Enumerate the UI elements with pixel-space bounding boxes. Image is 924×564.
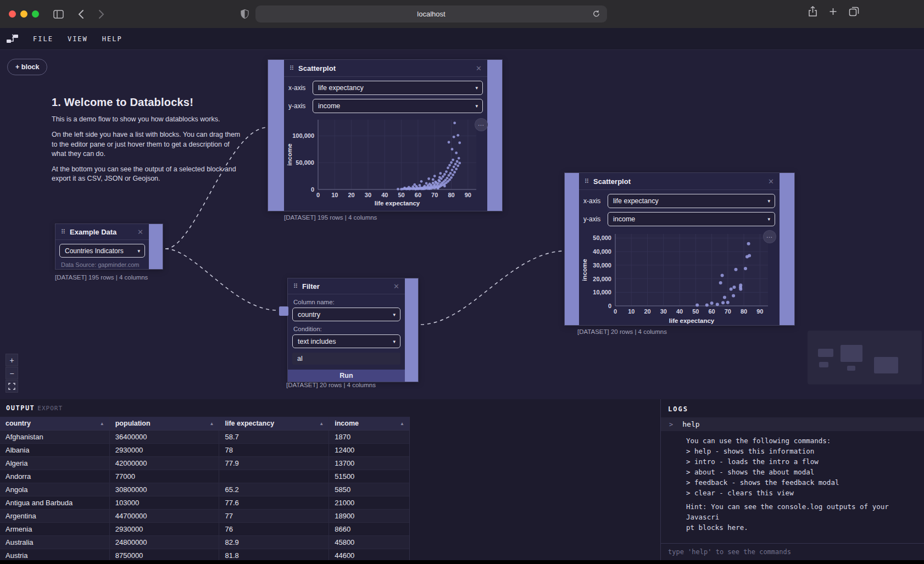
close-icon[interactable]: ✕ bbox=[137, 228, 143, 236]
menu-file[interactable]: FILE bbox=[33, 35, 53, 43]
svg-text:10: 10 bbox=[628, 308, 634, 315]
run-button[interactable]: Run bbox=[288, 370, 405, 382]
column-header-country[interactable]: country▲ bbox=[0, 417, 110, 430]
table-row[interactable]: Australia2480000082.945800 bbox=[0, 536, 409, 549]
output-handle[interactable] bbox=[149, 224, 163, 269]
filter-text-input[interactable]: al bbox=[292, 353, 400, 365]
welcome-note: 1. Welcome to Datablocks! This is a demo… bbox=[52, 96, 245, 190]
svg-text:70: 70 bbox=[725, 308, 731, 315]
table-row[interactable]: Afghanistan3640000058.71870 bbox=[0, 431, 409, 444]
input-handle[interactable] bbox=[268, 60, 284, 211]
table-cell: 24800000 bbox=[110, 536, 220, 549]
drag-handle-icon[interactable]: ⠿ bbox=[293, 283, 298, 289]
column-header-income[interactable]: income▲ bbox=[329, 417, 409, 430]
flow-editor-canvas[interactable]: + block 1. Welcome to Datablocks! This i… bbox=[0, 50, 924, 399]
x-axis-select[interactable]: life expectancy ▾ bbox=[608, 194, 775, 208]
table-cell: Algeria bbox=[0, 457, 110, 470]
output-handle[interactable] bbox=[780, 173, 794, 325]
address-bar[interactable]: localhost bbox=[255, 5, 607, 23]
zoom-out-button[interactable]: − bbox=[5, 367, 18, 379]
table-cell: 76 bbox=[219, 523, 329, 535]
drag-handle-icon[interactable]: ⠿ bbox=[290, 65, 294, 71]
minimize-window-button[interactable] bbox=[20, 10, 27, 18]
menu-help[interactable]: HELP bbox=[102, 35, 123, 43]
more-options-button[interactable]: … bbox=[475, 118, 488, 131]
minimap[interactable] bbox=[808, 331, 922, 384]
column-select[interactable]: country ▾ bbox=[292, 308, 400, 321]
node-example-data[interactable]: ⠿ Example Data ✕ Countries Indicators ▾ … bbox=[55, 224, 163, 270]
forward-button[interactable] bbox=[98, 9, 104, 19]
log-hint: Hint: You can see the console.log output… bbox=[661, 498, 924, 533]
window-bottom-edge bbox=[0, 560, 924, 564]
table-row[interactable]: Armenia2930000768660 bbox=[0, 523, 409, 536]
maximize-window-button[interactable] bbox=[32, 10, 39, 18]
table-row[interactable]: Algeria4200000077.913700 bbox=[0, 457, 409, 470]
table-cell: 77.9 bbox=[219, 457, 329, 470]
welcome-paragraph: On the left side you have a list with bl… bbox=[52, 130, 245, 159]
y-axis-select[interactable]: income ▾ bbox=[313, 99, 483, 113]
svg-text:30,000: 30,000 bbox=[593, 262, 611, 269]
svg-text:100,000: 100,000 bbox=[292, 132, 314, 139]
close-window-button[interactable] bbox=[9, 10, 16, 18]
drag-handle-icon[interactable]: ⠿ bbox=[585, 178, 589, 185]
dataset-select[interactable]: Countries Indicators ▾ bbox=[59, 244, 145, 258]
y-axis-select[interactable]: income ▾ bbox=[608, 212, 775, 226]
input-handle[interactable] bbox=[279, 306, 288, 316]
svg-text:40: 40 bbox=[676, 308, 683, 315]
svg-text:50: 50 bbox=[398, 192, 404, 198]
svg-text:80: 80 bbox=[448, 192, 454, 198]
node-header[interactable]: ⠿ Scatterplot ✕ bbox=[284, 60, 487, 77]
menu-view[interactable]: VIEW bbox=[68, 35, 88, 43]
node-title: Filter bbox=[302, 282, 393, 291]
table-cell: Andorra bbox=[0, 470, 110, 483]
app-menubar: FILE VIEW HELP bbox=[0, 28, 924, 50]
column-header-population[interactable]: population▲ bbox=[110, 417, 220, 430]
new-tab-icon[interactable] bbox=[828, 6, 838, 19]
node-title: Scatterplot bbox=[593, 177, 768, 186]
node-scatterplot-1[interactable]: ⠿ Scatterplot ✕ x-axis life expectancy ▾… bbox=[268, 59, 503, 211]
datablocks-logo-icon[interactable] bbox=[6, 33, 19, 44]
back-button[interactable] bbox=[78, 9, 84, 19]
svg-text:30: 30 bbox=[365, 192, 371, 198]
node-scatterplot-2[interactable]: ⠿ Scatterplot ✕ x-axis life expectancy ▾… bbox=[564, 172, 795, 326]
table-row[interactable]: Andorra7700051500 bbox=[0, 470, 409, 483]
output-handle[interactable] bbox=[405, 278, 418, 382]
log-command-input[interactable] bbox=[668, 548, 905, 556]
column-header-life-expectancy[interactable]: life expectancy▲ bbox=[219, 417, 329, 430]
table-header-row: country▲population▲life expectancy▲incom… bbox=[0, 417, 409, 431]
node-filter[interactable]: ⠿ Filter ✕ Column name: country ▾ Condit… bbox=[287, 278, 419, 382]
table-row[interactable]: Angola3080000065.25850 bbox=[0, 483, 409, 496]
svg-text:50,000: 50,000 bbox=[593, 234, 611, 241]
x-axis-select[interactable]: life expectancy ▾ bbox=[313, 81, 483, 95]
node-header[interactable]: ⠿ Example Data ✕ bbox=[55, 224, 149, 240]
table-row[interactable]: Antigua and Barbuda10300077.621000 bbox=[0, 496, 409, 510]
table-row[interactable]: Argentina447000007718900 bbox=[0, 510, 409, 523]
drag-handle-icon[interactable]: ⠿ bbox=[61, 229, 65, 235]
table-row[interactable]: Albania29300007812400 bbox=[0, 444, 409, 457]
svg-text:60: 60 bbox=[708, 308, 715, 315]
close-icon[interactable]: ✕ bbox=[768, 178, 774, 185]
close-icon[interactable]: ✕ bbox=[393, 283, 399, 290]
dataset-status-label: [DATASET] 20 rows | 4 columns bbox=[577, 328, 667, 335]
condition-select[interactable]: text includes ▾ bbox=[292, 334, 400, 348]
privacy-shield-icon[interactable] bbox=[241, 9, 249, 21]
svg-text:50: 50 bbox=[692, 308, 699, 315]
reload-icon[interactable] bbox=[592, 9, 600, 20]
more-options-button[interactable]: … bbox=[763, 230, 776, 243]
dataset-select-value: Countries Indicators bbox=[65, 247, 124, 255]
node-header[interactable]: ⠿ Filter ✕ bbox=[288, 278, 405, 294]
tabs-overview-icon[interactable] bbox=[849, 6, 859, 19]
add-block-button[interactable]: + block bbox=[7, 59, 47, 75]
svg-text:0: 0 bbox=[311, 186, 314, 193]
zoom-in-button[interactable]: + bbox=[5, 354, 18, 366]
svg-text:income: income bbox=[286, 143, 293, 165]
sidebar-toggle-icon[interactable] bbox=[53, 10, 64, 19]
close-icon[interactable]: ✕ bbox=[476, 65, 482, 72]
share-icon[interactable] bbox=[808, 6, 817, 19]
input-handle[interactable] bbox=[565, 173, 579, 325]
node-header[interactable]: ⠿ Scatterplot ✕ bbox=[579, 173, 780, 190]
output-handle[interactable] bbox=[487, 60, 502, 211]
output-tab[interactable]: OUTPUT bbox=[6, 404, 35, 412]
export-tab[interactable]: EXPORT bbox=[37, 405, 63, 412]
fit-view-button[interactable] bbox=[5, 380, 18, 393]
